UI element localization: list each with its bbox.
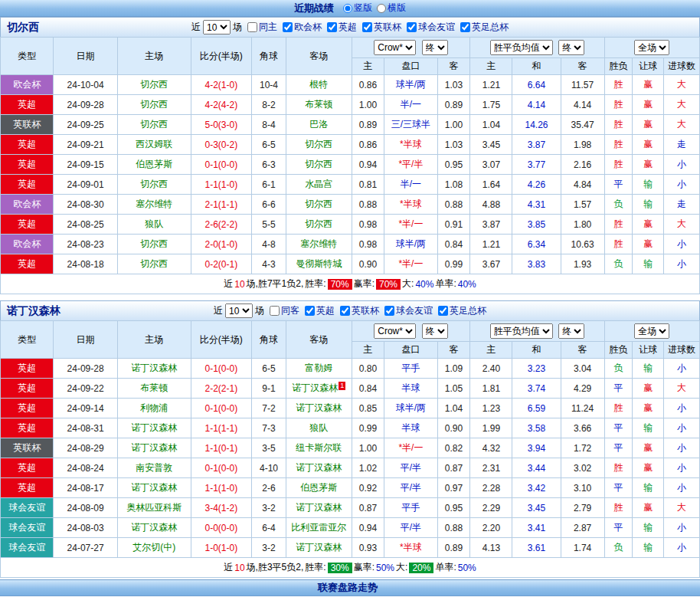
match-score-link[interactable]: 1-1(1-0) (191, 175, 251, 195)
home-team-link[interactable]: 切尔西 (117, 175, 191, 195)
home-team-link[interactable]: 艾尔切(中) (117, 538, 191, 558)
layout-radio-horizontal[interactable]: 横版 (377, 2, 406, 15)
home-team-link[interactable]: 塞尔维特 (117, 195, 191, 215)
away-team-link[interactable]: 诺丁汉森林 (286, 538, 352, 558)
league-filter[interactable]: 英足总杯 (460, 21, 509, 34)
match-score-link[interactable]: 0-0(0-0) (191, 518, 251, 538)
avg-select[interactable]: 胜平负均值 (490, 323, 553, 339)
away-team-link[interactable]: 水晶宫 (286, 175, 352, 195)
avg-stage-select[interactable]: 终 (558, 40, 584, 55)
match-score-link[interactable]: 0-1(0-0) (191, 155, 251, 175)
home-team-link[interactable]: 狼队 (117, 215, 191, 235)
league-filter[interactable]: 欧会杯 (283, 21, 322, 34)
vertical-radio-input[interactable] (343, 4, 352, 13)
bookmaker-select[interactable]: Crow* (374, 40, 416, 55)
match-score-link[interactable]: 1-1(1-1) (191, 418, 251, 438)
home-team-link[interactable]: 伯恩茅斯 (117, 155, 191, 175)
scope-select[interactable]: 全场 (634, 40, 669, 55)
match-score-link[interactable]: 2-0(1-0) (191, 235, 251, 254)
away-team-link[interactable]: 纽卡斯尔联 (286, 438, 352, 458)
away-team-link[interactable]: 切尔西 (286, 195, 352, 215)
venue-checkbox[interactable] (270, 306, 280, 316)
away-team-link[interactable]: 诺丁汉森林 (286, 458, 352, 478)
home-team-link[interactable]: 切尔西 (117, 235, 191, 254)
away-team-link[interactable]: 布莱顿 (286, 95, 352, 115)
league-checkbox[interactable] (362, 22, 372, 32)
home-team-link[interactable]: 奥林匹亚科斯 (117, 498, 191, 518)
home-team-link[interactable]: 诺丁汉森林 (117, 518, 191, 538)
league-filter[interactable]: 球会友谊 (384, 304, 433, 317)
away-team-link[interactable]: 诺丁汉森林1 (286, 379, 352, 399)
home-team-link[interactable]: 西汉姆联 (117, 135, 191, 155)
away-team-link[interactable]: 比利亚雷亚尔 (286, 518, 352, 538)
away-team-link[interactable]: 伯恩茅斯 (286, 478, 352, 498)
home-team-link[interactable]: 切尔西 (117, 95, 191, 115)
home-team-link[interactable]: 切尔西 (117, 75, 191, 95)
home-team-link[interactable]: 切尔西 (117, 254, 191, 274)
avg-select[interactable]: 胜平负均值 (490, 40, 553, 55)
away-team-link[interactable]: 巴洛 (286, 115, 352, 135)
match-score-link[interactable]: 3-4(1-2) (191, 498, 251, 518)
match-score-link[interactable]: 0-1(0-0) (191, 458, 251, 478)
match-score-link[interactable]: 0-1(0-0) (191, 359, 251, 379)
away-team-link[interactable]: 切尔西 (286, 135, 352, 155)
team-name-link[interactable]: 诺丁汉森林 (7, 304, 61, 318)
odds-stage-select[interactable]: 终 (422, 323, 448, 339)
league-checkbox[interactable] (384, 306, 394, 316)
match-score-link[interactable]: 4-2(4-2) (191, 95, 251, 115)
league-filter[interactable]: 英联杯 (362, 21, 401, 34)
match-score-link[interactable]: 1-1(0-1) (191, 438, 251, 458)
match-score-link[interactable]: 5-0(3-0) (191, 115, 251, 135)
venue-filter[interactable]: 同主 (247, 21, 277, 34)
match-score-link[interactable]: 4-2(1-0) (191, 75, 251, 95)
avg-stage-select[interactable]: 终 (558, 323, 584, 339)
match-score-link[interactable]: 1-1(1-0) (191, 478, 251, 498)
away-team-link[interactable]: 富勒姆 (286, 359, 352, 379)
match-count-select[interactable]: 10 (225, 304, 253, 318)
league-checkbox[interactable] (438, 306, 448, 316)
match-score-link[interactable]: 2-6(2-2) (191, 215, 251, 235)
league-filter[interactable]: 球会友谊 (407, 21, 455, 34)
home-team-link[interactable]: 诺丁汉森林 (117, 418, 191, 438)
league-checkbox[interactable] (283, 22, 293, 32)
away-team-link[interactable]: 切尔西 (286, 155, 352, 175)
horizontal-radio-input[interactable] (377, 4, 386, 13)
league-filter[interactable]: 英足总杯 (438, 304, 486, 317)
away-team-link[interactable]: 狼队 (286, 418, 352, 438)
home-team-link[interactable]: 诺丁汉森林 (117, 478, 191, 498)
league-filter[interactable]: 英超 (327, 21, 357, 34)
venue-checkbox[interactable] (247, 22, 257, 32)
venue-filter[interactable]: 同客 (270, 304, 299, 317)
layout-radio-vertical[interactable]: 竖版 (343, 2, 372, 15)
away-team-link[interactable]: 塞尔维特 (286, 235, 352, 254)
league-checkbox[interactable] (340, 306, 350, 316)
match-score-link[interactable]: 0-2(0-1) (191, 254, 251, 274)
league-checkbox[interactable] (460, 22, 470, 32)
away-team-link[interactable]: 诺丁汉森林 (286, 399, 352, 418)
league-checkbox[interactable] (327, 22, 337, 32)
scope-select[interactable]: 全场 (634, 323, 669, 339)
match-score-link[interactable]: 1-0(1-0) (191, 538, 251, 558)
home-team-link[interactable]: 利物浦 (117, 399, 191, 418)
league-checkbox[interactable] (305, 306, 315, 316)
league-filter[interactable]: 英联杯 (340, 304, 379, 317)
match-score-link[interactable]: 0-3(0-2) (191, 135, 251, 155)
bookmaker-select[interactable]: Crow* (374, 323, 416, 339)
match-count-select[interactable]: 10 (203, 20, 231, 34)
team-name-link[interactable]: 切尔西 (7, 21, 39, 34)
odds-stage-select[interactable]: 终 (422, 40, 448, 55)
home-team-link[interactable]: 诺丁汉森林 (117, 359, 191, 379)
match-score-link[interactable]: 2-2(2-1) (191, 379, 251, 399)
home-team-link[interactable]: 切尔西 (117, 115, 191, 135)
away-team-link[interactable]: 切尔西 (286, 215, 352, 235)
away-team-link[interactable]: 曼彻斯特城 (286, 254, 352, 274)
league-filter[interactable]: 英超 (305, 304, 335, 317)
away-team-link[interactable]: 诺丁汉森林 (286, 498, 352, 518)
away-team-link[interactable]: 根特 (286, 75, 352, 95)
home-team-link[interactable]: 布莱顿 (117, 379, 191, 399)
match-score-link[interactable]: 2-1(1-1) (191, 195, 251, 215)
match-score-link[interactable]: 0-1(0-0) (191, 399, 251, 418)
home-team-link[interactable]: 南安普敦 (117, 458, 191, 478)
league-checkbox[interactable] (407, 22, 417, 32)
home-team-link[interactable]: 诺丁汉森林 (117, 438, 191, 458)
